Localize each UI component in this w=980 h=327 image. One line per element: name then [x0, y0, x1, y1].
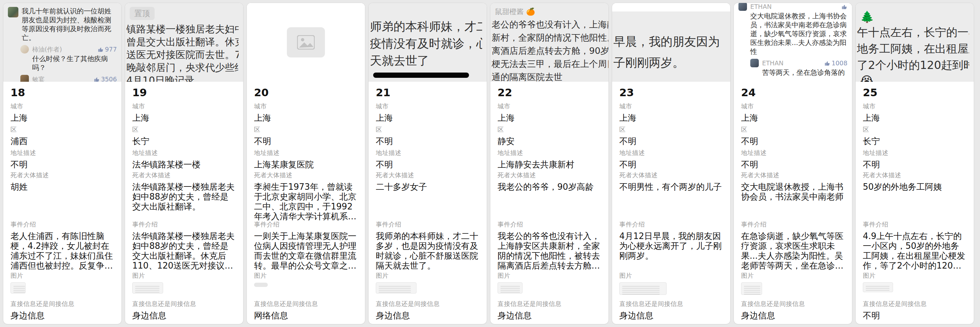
post-text: 交大电院退休教授，上海书协会员，书法家吴中南老师在急诊病逝，缺少氧气等医疗资源，…	[750, 12, 847, 56]
record-card-25[interactable]: 🌲 午十点左右，长宁的一小 地务工阿姨，在出租屋里 了2个小时的120赶到时 😭…	[856, 3, 974, 324]
address-value: 上海静安去共康新村	[498, 160, 601, 170]
post-text-line: 4月10日晚记录。	[126, 74, 239, 82]
record-card-22[interactable]: 鼠甜橙酱 🍊 老公的爷爷也没有计入，上海静 新村，全家阴的情况下他阳性。 离酒店…	[490, 3, 608, 324]
field-label-direct: 直接信息还是间接信息	[376, 300, 479, 308]
like-count[interactable]: 1008	[824, 59, 847, 68]
post-text-line: 曾是交大出版社翻译。休克	[126, 35, 239, 48]
field-label-deceased: 死者大体描述	[11, 171, 114, 180]
field-label-city: 城市	[619, 102, 723, 111]
thumbs-up-icon	[824, 61, 830, 66]
direct-value: 不明	[863, 311, 967, 321]
post-author: ETHAN	[750, 3, 772, 11]
district-value: 长宁	[863, 136, 967, 147]
event-value: 我老公的爷爷也没有计入，上海静安区共康新村，全家阴的情况下他阳性，被转去隔离酒店…	[498, 231, 601, 271]
attachment-preview[interactable]	[247, 3, 365, 82]
reply-author: 敏宴	[32, 75, 45, 82]
like-count[interactable]: 3506	[94, 75, 117, 82]
record-card-19[interactable]: 置顶 镇路某楼一楼独居老夫妇中 曾是交大出版社翻译。休克 送医无对接医院而去世。…	[125, 3, 243, 324]
image-thumbnail[interactable]	[11, 282, 25, 294]
attachment-preview[interactable]: 置顶 镇路某楼一楼独居老夫妇中 曾是交大出版社翻译。休克 送医无对接医院而去世。…	[125, 3, 243, 82]
deceased-value: 我老公的爷爷，90岁高龄	[498, 182, 601, 192]
field-label-event: 事件介绍	[376, 220, 479, 229]
district-value: 静安	[498, 136, 601, 147]
image-thumbnail[interactable]	[863, 282, 893, 292]
direct-value: 网络信息	[254, 311, 358, 321]
direct-value: 身边信息	[741, 311, 845, 321]
post-text-line: 晚敲邻居门，央求代少些纸	[126, 61, 239, 74]
post-text-line: 午十点左右，长宁的一小	[857, 24, 969, 40]
deceased-value: 李昶生于1973年，曾就读于北京史家胡同小学、北京二中、北京四中，于1992年考…	[254, 182, 358, 221]
post-text-line: 镇路某楼一楼独居老夫妇中	[126, 23, 239, 35]
city-value: 上海	[132, 113, 236, 123]
record-card-24[interactable]: ETHAN 交大电院退休教授，上海书协会员，书法家吴中南老师在急诊病逝，缺少氧气…	[734, 3, 852, 324]
redaction-bar	[373, 73, 469, 78]
event-value: 法华镇路某楼一楼独居老夫妇中88岁的丈夫，曾经是交大出版社翻译。休克后110、1…	[132, 231, 236, 271]
field-label-event: 事件介绍	[11, 220, 114, 229]
attachment-preview[interactable]: 早晨，我的朋友因为 子刚刚两岁。	[612, 3, 730, 82]
field-label-city: 城市	[11, 102, 114, 111]
field-label-city: 城市	[498, 102, 601, 111]
attachment-preview[interactable]: 🌲 午十点左右，长宁的一小 地务工阿姨，在出租屋里 了2个小时的120赶到时 😭	[856, 3, 974, 82]
district-value: 不明	[254, 136, 358, 147]
field-label-event: 事件介绍	[498, 220, 601, 229]
attachment-preview[interactable]: 鼠甜橙酱 🍊 老公的爷爷也没有计入，上海静 新村，全家阴的情况下他阳性。 离酒店…	[490, 3, 608, 82]
field-label-district: 区	[11, 125, 114, 134]
thumbs-up-icon	[98, 46, 104, 53]
field-label-direct: 直接信息还是间接信息	[619, 300, 723, 308]
field-label-image: 图片	[254, 271, 358, 280]
record-card-21[interactable]: 师弟的本科师妹，才二 疫情没有及时就诊，心 天就去世了 21 城市上海 区不明 …	[369, 3, 487, 324]
district-value: 长宁	[132, 136, 236, 147]
event-value: 我师弟的本科师妹，才二十多岁，也是因为疫情没有及时就诊，心脏不舒服送医院隔天就去…	[376, 231, 479, 271]
district-value: 不明	[741, 136, 845, 147]
attachment-preview[interactable]: ETHAN 交大电院退休教授，上海书协会员，书法家吴中南老师在急诊病逝，缺少氧气…	[734, 3, 852, 82]
field-label-deceased: 死者大体描述	[741, 171, 845, 180]
district-value: 浦西	[11, 136, 114, 147]
address-value: 不明	[11, 160, 114, 170]
post-text-line: 天就去世了	[370, 52, 482, 69]
record-card-23[interactable]: 早晨，我的朋友因为 子刚刚两岁。 23 城市上海 区不明 地址描述不明 死者大体…	[612, 3, 730, 324]
field-label-direct: 直接信息还是间接信息	[863, 300, 967, 308]
image-thumbnail[interactable]	[376, 282, 417, 294]
field-label-district: 区	[619, 125, 723, 134]
record-number: 18	[11, 86, 114, 102]
attachment-preview[interactable]: 师弟的本科师妹，才二 疫情没有及时就诊，心 天就去世了	[369, 3, 487, 82]
city-value: 上海	[863, 113, 967, 123]
record-number: 25	[863, 86, 967, 102]
field-label-deceased: 死者大体描述	[498, 171, 601, 180]
deceased-value: 胡姓	[11, 182, 114, 192]
field-label-deceased: 死者大体描述	[376, 171, 479, 180]
field-label-city: 城市	[254, 102, 358, 111]
deceased-value: 二十多岁女子	[376, 182, 479, 192]
field-label-city: 城市	[741, 102, 845, 111]
post-text-line: 疫情没有及时就诊，心	[370, 35, 482, 52]
record-card-18[interactable]: 我几十年前就认识的一位胡姓朋友也是因为封控、核酸检测等原因没有得到及时救治而死亡…	[3, 3, 121, 324]
deceased-value: 不明男性，有个两岁的儿子	[619, 182, 723, 192]
image-thumbnail[interactable]	[132, 282, 163, 294]
address-value: 不明	[376, 160, 479, 170]
post-author: 鼠甜橙酱 🍊	[495, 7, 604, 17]
record-card-20[interactable]: 20 城市上海 区不明 地址描述上海某康复医院 死者大体描述李昶生于1973年，…	[247, 3, 365, 324]
reply-author: 柿油(作者)	[32, 45, 62, 54]
like-count[interactable]	[842, 4, 847, 10]
field-label-district: 区	[254, 125, 358, 134]
record-number: 19	[132, 86, 236, 102]
city-value: 上海	[376, 113, 479, 123]
field-label-direct: 直接信息还是间接信息	[11, 300, 114, 308]
image-thumbnail[interactable]	[498, 282, 522, 294]
city-value: 上海	[741, 113, 845, 123]
reply-author: ETHAN	[762, 59, 783, 68]
field-label-address: 地址描述	[11, 149, 114, 157]
attachment-preview[interactable]: 我几十年前就认识的一位胡姓朋友也是因为封控、核酸检测等原因没有得到及时救治而死亡…	[3, 3, 121, 82]
post-text-line: 新村，全家阴的情况下他阳性。	[492, 31, 604, 44]
post-text-line: 通的隔离医院去世	[492, 70, 604, 82]
field-label-image: 图片	[11, 271, 114, 280]
event-value: 一则关于上海某康复医院一位病人因疫情管理无人护理而去世的文章在微信群里流转。最早…	[254, 231, 358, 271]
field-label-image: 图片	[863, 271, 967, 280]
direct-value: 身边信息	[11, 311, 114, 321]
direct-value: 身边信息	[376, 311, 479, 321]
thumbs-up-icon	[94, 77, 100, 82]
post-text-line: 地务工阿姨，在出租屋里	[857, 40, 969, 57]
image-thumbnail[interactable]	[741, 282, 762, 295]
like-count[interactable]: 977	[98, 45, 117, 54]
image-thumbnail[interactable]	[619, 282, 667, 295]
